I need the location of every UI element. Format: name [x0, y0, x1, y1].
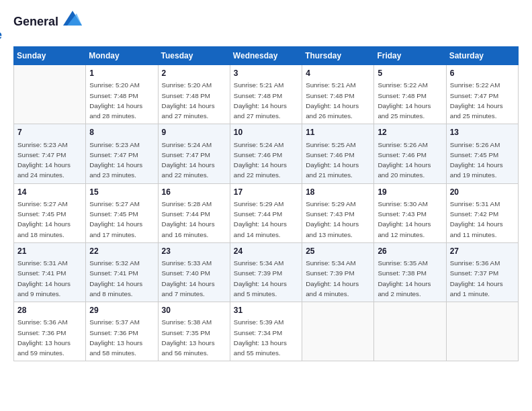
calendar-cell: 12Sunrise: 5:26 AM Sunset: 7:46 PM Dayli… [374, 124, 446, 183]
day-detail: Sunrise: 5:31 AM Sunset: 7:41 PM Dayligh… [17, 259, 71, 298]
calendar-cell: 19Sunrise: 5:30 AM Sunset: 7:43 PM Dayli… [374, 183, 446, 242]
day-number: 26 [378, 246, 442, 257]
day-detail: Sunrise: 5:23 AM Sunset: 7:47 PM Dayligh… [17, 141, 71, 179]
day-number: 7 [17, 127, 82, 138]
day-detail: Sunrise: 5:27 AM Sunset: 7:45 PM Dayligh… [89, 200, 142, 238]
day-number: 13 [450, 127, 515, 138]
calendar-cell: 15Sunrise: 5:27 AM Sunset: 7:45 PM Dayli… [86, 183, 158, 242]
logo-text-general: General [13, 15, 58, 28]
day-number: 4 [306, 68, 370, 79]
day-detail: Sunrise: 5:29 AM Sunset: 7:43 PM Dayligh… [306, 200, 359, 238]
day-detail: Sunrise: 5:25 AM Sunset: 7:46 PM Dayligh… [306, 141, 359, 179]
day-number: 14 [17, 187, 82, 198]
day-number: 27 [450, 246, 515, 257]
day-number: 30 [162, 305, 226, 316]
day-number: 19 [378, 187, 442, 198]
day-detail: Sunrise: 5:38 AM Sunset: 7:35 PM Dayligh… [162, 318, 215, 357]
day-detail: Sunrise: 5:26 AM Sunset: 7:46 PM Dayligh… [378, 141, 431, 179]
calendar-cell: 30Sunrise: 5:38 AM Sunset: 7:35 PM Dayli… [158, 302, 230, 361]
day-detail: Sunrise: 5:27 AM Sunset: 7:45 PM Dayligh… [17, 200, 71, 238]
page-header: General Blue [13, 11, 519, 41]
day-number: 6 [450, 68, 515, 79]
calendar-cell: 31Sunrise: 5:39 AM Sunset: 7:34 PM Dayli… [230, 302, 302, 361]
calendar-cell: 29Sunrise: 5:37 AM Sunset: 7:36 PM Dayli… [86, 302, 158, 361]
calendar-cell: 10Sunrise: 5:24 AM Sunset: 7:46 PM Dayli… [230, 124, 302, 183]
calendar-cell: 14Sunrise: 5:27 AM Sunset: 7:45 PM Dayli… [14, 183, 86, 242]
day-number: 28 [17, 305, 82, 316]
header-sunday: Sunday [14, 47, 86, 65]
day-number: 20 [450, 187, 515, 198]
calendar-header-row: SundayMondayTuesdayWednesdayThursdayFrid… [14, 47, 519, 65]
calendar-cell [446, 302, 518, 361]
header-tuesday: Tuesday [158, 47, 230, 65]
day-detail: Sunrise: 5:33 AM Sunset: 7:40 PM Dayligh… [162, 259, 215, 298]
logo-icon [63, 11, 82, 26]
day-number: 17 [234, 187, 298, 198]
calendar-cell: 17Sunrise: 5:29 AM Sunset: 7:44 PM Dayli… [230, 183, 302, 242]
day-number: 8 [89, 127, 154, 138]
calendar-cell: 24Sunrise: 5:34 AM Sunset: 7:39 PM Dayli… [230, 242, 302, 302]
day-detail: Sunrise: 5:24 AM Sunset: 7:47 PM Dayligh… [162, 141, 215, 179]
header-monday: Monday [86, 47, 158, 65]
calendar-cell: 5Sunrise: 5:22 AM Sunset: 7:48 PM Daylig… [374, 65, 446, 124]
day-detail: Sunrise: 5:36 AM Sunset: 7:37 PM Dayligh… [450, 259, 503, 298]
calendar-cell: 11Sunrise: 5:25 AM Sunset: 7:46 PM Dayli… [302, 124, 374, 183]
calendar-cell: 20Sunrise: 5:31 AM Sunset: 7:42 PM Dayli… [446, 183, 518, 242]
calendar-week-row: 14Sunrise: 5:27 AM Sunset: 7:45 PM Dayli… [14, 183, 519, 242]
day-detail: Sunrise: 5:39 AM Sunset: 7:34 PM Dayligh… [234, 318, 287, 357]
calendar-week-row: 21Sunrise: 5:31 AM Sunset: 7:41 PM Dayli… [14, 242, 519, 302]
logo: General Blue [13, 11, 82, 41]
day-detail: Sunrise: 5:32 AM Sunset: 7:41 PM Dayligh… [89, 259, 142, 298]
day-number: 29 [89, 305, 154, 316]
calendar-cell: 25Sunrise: 5:34 AM Sunset: 7:39 PM Dayli… [302, 242, 374, 302]
day-number: 12 [378, 127, 442, 138]
calendar-cell: 26Sunrise: 5:35 AM Sunset: 7:38 PM Dayli… [374, 242, 446, 302]
day-detail: Sunrise: 5:21 AM Sunset: 7:48 PM Dayligh… [234, 81, 287, 120]
calendar-cell: 2Sunrise: 5:20 AM Sunset: 7:48 PM Daylig… [158, 65, 230, 124]
day-detail: Sunrise: 5:36 AM Sunset: 7:36 PM Dayligh… [17, 318, 71, 357]
day-number: 2 [162, 68, 226, 79]
day-number: 25 [306, 246, 370, 257]
day-detail: Sunrise: 5:30 AM Sunset: 7:43 PM Dayligh… [378, 200, 431, 238]
day-detail: Sunrise: 5:23 AM Sunset: 7:47 PM Dayligh… [89, 141, 142, 179]
day-detail: Sunrise: 5:20 AM Sunset: 7:48 PM Dayligh… [162, 81, 215, 120]
calendar-cell: 22Sunrise: 5:32 AM Sunset: 7:41 PM Dayli… [86, 242, 158, 302]
day-detail: Sunrise: 5:22 AM Sunset: 7:48 PM Dayligh… [378, 81, 431, 120]
day-number: 18 [306, 187, 370, 198]
day-detail: Sunrise: 5:22 AM Sunset: 7:47 PM Dayligh… [450, 81, 503, 120]
day-number: 11 [306, 127, 370, 138]
day-detail: Sunrise: 5:21 AM Sunset: 7:48 PM Dayligh… [306, 81, 359, 120]
day-number: 3 [234, 68, 298, 79]
calendar-cell: 21Sunrise: 5:31 AM Sunset: 7:41 PM Dayli… [14, 242, 86, 302]
header-wednesday: Wednesday [230, 47, 302, 65]
calendar-cell [14, 65, 86, 124]
calendar-week-row: 1Sunrise: 5:20 AM Sunset: 7:48 PM Daylig… [14, 65, 519, 124]
header-saturday: Saturday [446, 47, 518, 65]
day-detail: Sunrise: 5:28 AM Sunset: 7:44 PM Dayligh… [162, 200, 215, 238]
calendar-cell: 9Sunrise: 5:24 AM Sunset: 7:47 PM Daylig… [158, 124, 230, 183]
day-number: 10 [234, 127, 298, 138]
calendar-cell: 3Sunrise: 5:21 AM Sunset: 7:48 PM Daylig… [230, 65, 302, 124]
calendar-table: SundayMondayTuesdayWednesdayThursdayFrid… [13, 46, 519, 361]
day-detail: Sunrise: 5:35 AM Sunset: 7:38 PM Dayligh… [378, 259, 431, 298]
calendar-cell: 23Sunrise: 5:33 AM Sunset: 7:40 PM Dayli… [158, 242, 230, 302]
day-detail: Sunrise: 5:29 AM Sunset: 7:44 PM Dayligh… [234, 200, 287, 238]
calendar-cell [302, 302, 374, 361]
day-number: 21 [17, 246, 82, 257]
day-detail: Sunrise: 5:31 AM Sunset: 7:42 PM Dayligh… [450, 200, 503, 238]
day-number: 31 [234, 305, 298, 316]
day-number: 5 [378, 68, 442, 79]
calendar-cell: 13Sunrise: 5:26 AM Sunset: 7:45 PM Dayli… [446, 124, 518, 183]
day-number: 24 [234, 246, 298, 257]
day-number: 22 [89, 246, 154, 257]
day-detail: Sunrise: 5:20 AM Sunset: 7:48 PM Dayligh… [89, 81, 142, 120]
day-detail: Sunrise: 5:34 AM Sunset: 7:39 PM Dayligh… [306, 259, 359, 298]
header-thursday: Thursday [302, 47, 374, 65]
calendar-cell: 6Sunrise: 5:22 AM Sunset: 7:47 PM Daylig… [446, 65, 518, 124]
calendar-cell: 16Sunrise: 5:28 AM Sunset: 7:44 PM Dayli… [158, 183, 230, 242]
day-detail: Sunrise: 5:34 AM Sunset: 7:39 PM Dayligh… [234, 259, 287, 298]
calendar-cell: 7Sunrise: 5:23 AM Sunset: 7:47 PM Daylig… [14, 124, 86, 183]
calendar-cell: 27Sunrise: 5:36 AM Sunset: 7:37 PM Dayli… [446, 242, 518, 302]
calendar-cell: 8Sunrise: 5:23 AM Sunset: 7:47 PM Daylig… [86, 124, 158, 183]
calendar-cell: 4Sunrise: 5:21 AM Sunset: 7:48 PM Daylig… [302, 65, 374, 124]
